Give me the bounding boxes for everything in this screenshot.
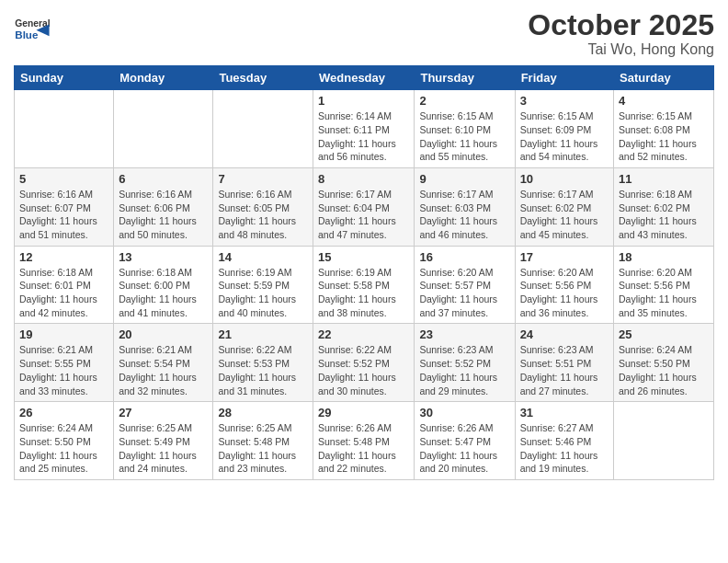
day-number: 11 — [619, 172, 709, 186]
day-number: 2 — [419, 94, 509, 108]
logo-icon: General Blue — [14, 9, 55, 51]
day-number: 17 — [520, 250, 609, 264]
day-number: 26 — [19, 406, 108, 419]
calendar-cell: 25Sunrise: 6:24 AM Sunset: 5:50 PM Dayli… — [614, 324, 714, 402]
calendar-cell: 13Sunrise: 6:18 AM Sunset: 6:00 PM Dayli… — [114, 246, 213, 324]
calendar-cell: 6Sunrise: 6:16 AM Sunset: 6:06 PM Daylig… — [114, 167, 213, 246]
calendar-cell: 24Sunrise: 6:23 AM Sunset: 5:51 PM Dayli… — [515, 324, 613, 402]
week-row-3: 12Sunrise: 6:18 AM Sunset: 6:01 PM Dayli… — [15, 246, 714, 324]
month-title: October 2025 — [528, 9, 714, 41]
day-info: Sunrise: 6:18 AM Sunset: 6:01 PM Dayligh… — [19, 266, 108, 320]
day-number: 7 — [218, 172, 308, 186]
day-info: Sunrise: 6:18 AM Sunset: 6:02 PM Dayligh… — [619, 188, 709, 242]
weekday-header-tuesday: Tuesday — [213, 66, 313, 90]
calendar-cell: 16Sunrise: 6:20 AM Sunset: 5:57 PM Dayli… — [415, 246, 515, 324]
day-info: Sunrise: 6:25 AM Sunset: 5:48 PM Dayligh… — [218, 421, 308, 476]
day-number: 16 — [419, 250, 509, 264]
day-info: Sunrise: 6:16 AM Sunset: 6:07 PM Dayligh… — [19, 188, 108, 242]
day-info: Sunrise: 6:25 AM Sunset: 5:49 PM Dayligh… — [119, 421, 208, 476]
day-info: Sunrise: 6:24 AM Sunset: 5:50 PM Dayligh… — [19, 421, 108, 476]
day-info: Sunrise: 6:23 AM Sunset: 5:52 PM Dayligh… — [419, 343, 509, 397]
calendar-cell: 2Sunrise: 6:15 AM Sunset: 6:10 PM Daylig… — [415, 90, 515, 168]
calendar-cell — [114, 90, 213, 168]
week-row-1: 1Sunrise: 6:14 AM Sunset: 6:11 PM Daylig… — [15, 90, 714, 168]
day-number: 12 — [19, 250, 108, 264]
day-info: Sunrise: 6:16 AM Sunset: 6:06 PM Dayligh… — [119, 188, 208, 242]
day-info: Sunrise: 6:17 AM Sunset: 6:02 PM Dayligh… — [520, 188, 609, 242]
day-info: Sunrise: 6:21 AM Sunset: 5:55 PM Dayligh… — [19, 343, 108, 397]
calendar-cell: 14Sunrise: 6:19 AM Sunset: 5:59 PM Dayli… — [213, 246, 313, 324]
day-number: 13 — [119, 250, 208, 264]
calendar-cell: 7Sunrise: 6:16 AM Sunset: 6:05 PM Daylig… — [213, 167, 313, 246]
day-number: 31 — [520, 406, 609, 419]
day-number: 19 — [19, 327, 108, 341]
day-number: 21 — [218, 327, 308, 341]
calendar-cell: 3Sunrise: 6:15 AM Sunset: 6:09 PM Daylig… — [515, 90, 613, 168]
calendar-cell: 23Sunrise: 6:23 AM Sunset: 5:52 PM Dayli… — [415, 324, 515, 402]
day-info: Sunrise: 6:16 AM Sunset: 6:05 PM Dayligh… — [218, 188, 308, 242]
day-number: 24 — [520, 327, 609, 341]
day-number: 22 — [318, 327, 409, 341]
calendar-cell: 18Sunrise: 6:20 AM Sunset: 5:56 PM Dayli… — [614, 246, 714, 324]
day-number: 14 — [218, 250, 308, 264]
logo: General Blue — [14, 9, 55, 51]
calendar-cell: 9Sunrise: 6:17 AM Sunset: 6:03 PM Daylig… — [415, 167, 515, 246]
calendar-cell: 5Sunrise: 6:16 AM Sunset: 6:07 PM Daylig… — [15, 167, 114, 246]
day-number: 1 — [318, 94, 409, 108]
day-info: Sunrise: 6:26 AM Sunset: 5:48 PM Dayligh… — [318, 421, 409, 476]
weekday-header-wednesday: Wednesday — [313, 66, 415, 90]
calendar-cell: 1Sunrise: 6:14 AM Sunset: 6:11 PM Daylig… — [313, 90, 415, 168]
day-info: Sunrise: 6:21 AM Sunset: 5:54 PM Dayligh… — [119, 343, 208, 397]
week-row-2: 5Sunrise: 6:16 AM Sunset: 6:07 PM Daylig… — [15, 167, 714, 246]
day-number: 25 — [619, 327, 709, 341]
day-info: Sunrise: 6:14 AM Sunset: 6:11 PM Dayligh… — [318, 109, 409, 164]
day-number: 8 — [318, 172, 409, 186]
day-info: Sunrise: 6:20 AM Sunset: 5:56 PM Dayligh… — [619, 266, 709, 320]
week-row-4: 19Sunrise: 6:21 AM Sunset: 5:55 PM Dayli… — [15, 324, 714, 402]
weekday-header-sunday: Sunday — [15, 66, 114, 90]
day-info: Sunrise: 6:20 AM Sunset: 5:56 PM Dayligh… — [520, 266, 609, 320]
week-row-5: 26Sunrise: 6:24 AM Sunset: 5:50 PM Dayli… — [15, 402, 714, 480]
calendar-cell: 20Sunrise: 6:21 AM Sunset: 5:54 PM Dayli… — [114, 324, 213, 402]
day-info: Sunrise: 6:15 AM Sunset: 6:09 PM Dayligh… — [520, 109, 609, 164]
calendar-cell: 15Sunrise: 6:19 AM Sunset: 5:58 PM Dayli… — [313, 246, 415, 324]
calendar-cell: 12Sunrise: 6:18 AM Sunset: 6:01 PM Dayli… — [15, 246, 114, 324]
weekday-header-thursday: Thursday — [415, 66, 515, 90]
weekday-header-monday: Monday — [114, 66, 213, 90]
day-info: Sunrise: 6:17 AM Sunset: 6:03 PM Dayligh… — [419, 188, 509, 242]
day-number: 30 — [419, 406, 509, 419]
calendar-table: SundayMondayTuesdayWednesdayThursdayFrid… — [14, 65, 714, 480]
calendar-cell: 30Sunrise: 6:26 AM Sunset: 5:47 PM Dayli… — [415, 402, 515, 480]
calendar-cell — [213, 90, 313, 168]
day-number: 3 — [520, 94, 609, 108]
day-info: Sunrise: 6:19 AM Sunset: 5:58 PM Dayligh… — [318, 266, 409, 320]
day-info: Sunrise: 6:15 AM Sunset: 6:10 PM Dayligh… — [419, 109, 509, 164]
day-info: Sunrise: 6:17 AM Sunset: 6:04 PM Dayligh… — [318, 188, 409, 242]
day-number: 27 — [119, 406, 208, 419]
svg-text:Blue: Blue — [15, 29, 39, 40]
calendar-cell: 27Sunrise: 6:25 AM Sunset: 5:49 PM Dayli… — [114, 402, 213, 480]
page: General Blue October 2025 Tai Wo, Hong K… — [0, 0, 728, 489]
calendar-cell: 19Sunrise: 6:21 AM Sunset: 5:55 PM Dayli… — [15, 324, 114, 402]
day-info: Sunrise: 6:19 AM Sunset: 5:59 PM Dayligh… — [218, 266, 308, 320]
day-info: Sunrise: 6:15 AM Sunset: 6:08 PM Dayligh… — [619, 109, 709, 164]
header: General Blue October 2025 Tai Wo, Hong K… — [14, 9, 714, 58]
weekday-header-saturday: Saturday — [614, 66, 714, 90]
calendar-cell: 22Sunrise: 6:22 AM Sunset: 5:52 PM Dayli… — [313, 324, 415, 402]
day-number: 29 — [318, 406, 409, 419]
day-info: Sunrise: 6:23 AM Sunset: 5:51 PM Dayligh… — [520, 343, 609, 397]
day-number: 6 — [119, 172, 208, 186]
calendar-cell: 8Sunrise: 6:17 AM Sunset: 6:04 PM Daylig… — [313, 167, 415, 246]
day-number: 5 — [19, 172, 108, 186]
day-info: Sunrise: 6:18 AM Sunset: 6:00 PM Dayligh… — [119, 266, 208, 320]
day-number: 20 — [119, 327, 208, 341]
calendar-cell: 21Sunrise: 6:22 AM Sunset: 5:53 PM Dayli… — [213, 324, 313, 402]
day-info: Sunrise: 6:20 AM Sunset: 5:57 PM Dayligh… — [419, 266, 509, 320]
weekday-header-row: SundayMondayTuesdayWednesdayThursdayFrid… — [15, 66, 714, 90]
calendar-cell: 26Sunrise: 6:24 AM Sunset: 5:50 PM Dayli… — [15, 402, 114, 480]
day-info: Sunrise: 6:22 AM Sunset: 5:53 PM Dayligh… — [218, 343, 308, 397]
title-section: October 2025 Tai Wo, Hong Kong — [528, 9, 714, 58]
day-number: 23 — [419, 327, 509, 341]
calendar-cell: 11Sunrise: 6:18 AM Sunset: 6:02 PM Dayli… — [614, 167, 714, 246]
day-number: 28 — [218, 406, 308, 419]
